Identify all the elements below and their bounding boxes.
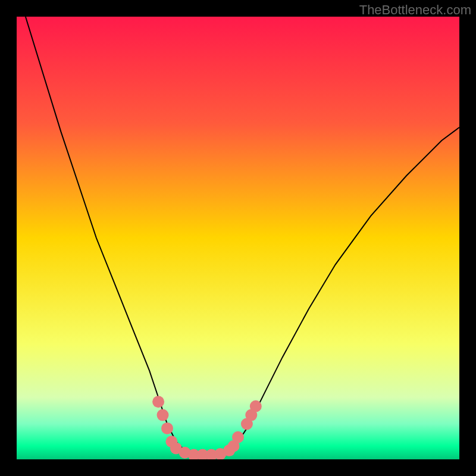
chart-area — [17, 17, 459, 459]
highlight-dot — [232, 431, 244, 443]
highlight-dot — [157, 409, 169, 421]
highlight-dot — [161, 422, 173, 434]
gradient-background — [17, 17, 459, 459]
chart-svg — [17, 17, 459, 459]
watermark-text: TheBottleneck.com — [359, 2, 471, 18]
highlight-dot — [250, 400, 262, 412]
highlight-dot — [152, 396, 164, 408]
